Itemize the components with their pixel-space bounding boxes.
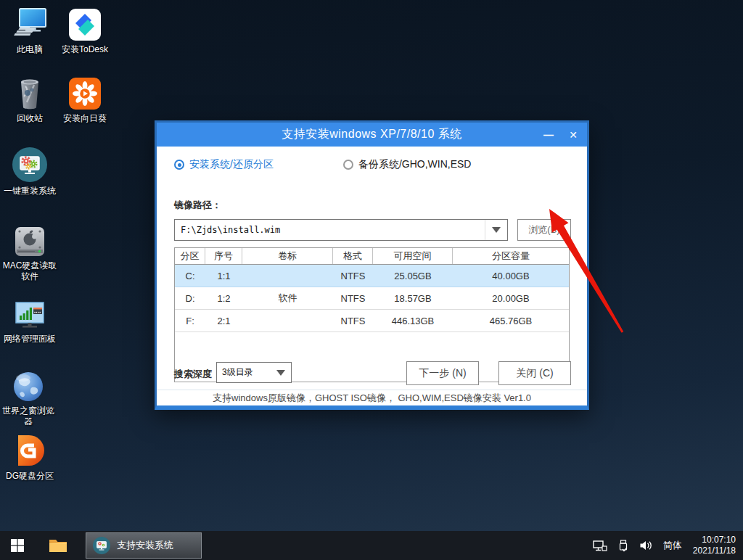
next-step-button[interactable]: 下一步 (N) xyxy=(406,361,479,385)
usb-eject-icon[interactable] xyxy=(618,540,628,552)
cell: 18.57GB xyxy=(373,287,453,309)
icon-label: 安装ToDesk xyxy=(57,44,113,55)
dialog-body: 安装系统/还原分区 备份系统/GHO,WIN,ESD 镜像路径： F:\Zjds… xyxy=(157,147,587,405)
cell xyxy=(242,310,333,332)
cell: 1:1 xyxy=(205,265,242,287)
desktop: 此电脑 安装ToDesk xyxy=(0,0,743,560)
dg-partition-icon xyxy=(1,432,58,469)
col-header-index[interactable]: 序号 xyxy=(205,248,242,264)
desktop-icon-browser[interactable]: 世界之窗浏览器 xyxy=(0,367,57,427)
icon-label: 回收站 xyxy=(1,113,58,124)
todesk-icon xyxy=(57,6,113,42)
desktop-icon-dg[interactable]: DG硬盘分区 xyxy=(1,432,58,482)
taskbar-item-label: 支持安装系统 xyxy=(117,539,173,552)
desktop-icon-recycle-bin[interactable]: 回收站 xyxy=(1,75,58,124)
cell: 2:1 xyxy=(205,310,242,332)
search-depth-dropdown[interactable]: 3级目录 xyxy=(216,362,292,383)
close-icon[interactable]: ✕ xyxy=(561,123,586,147)
col-header-volume-label[interactable]: 卷标 xyxy=(242,248,333,264)
col-header-partition[interactable]: 分区 xyxy=(175,248,205,264)
close-dialog-button[interactable]: 关闭 (C) xyxy=(498,361,571,385)
system-tray: 简体 10:07:10 2021/11/18 xyxy=(593,535,743,556)
world-browser-icon xyxy=(0,367,57,403)
partition-table-header: 分区 序号 卷标 格式 可用空间 分区容量 xyxy=(175,248,569,265)
sunflower-icon xyxy=(57,75,113,111)
search-depth-label: 搜索深度 xyxy=(174,368,212,381)
icon-label: MAC硬盘读取软件 xyxy=(1,260,58,282)
image-path-combobox[interactable]: F:\Zjds\install.wim xyxy=(174,219,508,241)
minimize-button[interactable]: — xyxy=(536,123,561,147)
cell: 465.76GB xyxy=(453,310,569,332)
windows-logo-icon xyxy=(11,539,24,552)
desktop-icon-todesk[interactable]: 安装ToDesk xyxy=(57,6,113,55)
desktop-icon-this-pc[interactable]: 此电脑 xyxy=(1,6,58,55)
cell: 446.13GB xyxy=(373,310,453,332)
taskbar-item-installer[interactable]: 支持安装系统 xyxy=(86,532,202,559)
network-icon[interactable] xyxy=(593,540,607,551)
mac-drive-icon xyxy=(1,222,58,258)
folder-icon xyxy=(49,538,67,553)
table-row-d[interactable]: D: 1:2 软件 NTFS 18.57GB 20.00GB xyxy=(175,287,569,310)
start-button[interactable] xyxy=(0,531,35,560)
icon-label: 网络管理面板 xyxy=(1,334,58,345)
this-pc-icon xyxy=(1,6,58,42)
cell: 1:2 xyxy=(205,287,242,309)
radio-backup-label[interactable]: 备份系统/GHO,WIN,ESD xyxy=(358,158,472,171)
cell: 40.00GB xyxy=(453,265,569,287)
file-explorer-button[interactable] xyxy=(41,531,75,560)
chevron-down-icon xyxy=(276,370,285,376)
col-header-format[interactable]: 格式 xyxy=(333,248,373,264)
cell: NTFS xyxy=(333,287,373,309)
desktop-icon-macdrive[interactable]: MAC硬盘读取软件 xyxy=(1,222,58,282)
cell xyxy=(242,265,333,287)
chevron-down-icon xyxy=(492,227,501,233)
radio-install-system[interactable] xyxy=(174,160,184,170)
icon-label: 一键重装系统 xyxy=(1,186,58,197)
cell: F: xyxy=(175,310,205,332)
cell: NTFS xyxy=(333,310,373,332)
search-depth-value: 3级目录 xyxy=(217,366,271,379)
cell: 20.00GB xyxy=(453,287,569,309)
network-panel-icon xyxy=(1,295,58,332)
language-indicator[interactable]: 简体 xyxy=(663,539,682,552)
image-path-label: 镜像路径： xyxy=(174,199,221,212)
col-header-capacity[interactable]: 分区容量 xyxy=(453,248,569,264)
radio-backup-system[interactable] xyxy=(343,160,353,170)
icon-label: 此电脑 xyxy=(1,44,58,55)
cell: NTFS xyxy=(333,265,373,287)
recycle-bin-icon xyxy=(1,75,58,111)
taskbar: 支持安装系统 简体 10:07:10 2021/11/18 xyxy=(0,531,743,560)
taskbar-clock[interactable]: 10:07:10 2021/11/18 xyxy=(693,535,736,556)
installer-window: 支持安装windows XP/7/8/10 系统 — ✕ 安装系统/还原分区 备… xyxy=(155,120,589,410)
combo-dropdown-zone[interactable] xyxy=(485,220,507,240)
desktop-icon-netpanel[interactable]: 网络管理面板 xyxy=(1,295,58,345)
desktop-icon-sunflower[interactable]: 安装向日葵 xyxy=(57,75,113,124)
cell: 软件 xyxy=(242,287,333,309)
icon-label: DG硬盘分区 xyxy=(1,471,58,482)
window-title: 支持安装windows XP/7/8/10 系统 xyxy=(157,127,587,142)
image-path-value[interactable]: F:\Zjds\install.wim xyxy=(175,225,485,235)
dialog-footer-text: 支持windows原版镜像，GHOST ISO镜像， GHO,WIM,ESD镜像… xyxy=(157,390,587,405)
icon-label: 安装向日葵 xyxy=(57,113,113,124)
cell: 25.05GB xyxy=(373,265,453,287)
desktop-icon-reinstall[interactable]: 一键重装系统 xyxy=(1,147,58,197)
radio-install-label[interactable]: 安装系统/还原分区 xyxy=(189,158,274,171)
cell: D: xyxy=(175,287,205,309)
speaker-icon[interactable] xyxy=(639,540,652,551)
clock-date: 2021/11/18 xyxy=(693,545,736,556)
clock-time: 10:07:10 xyxy=(693,535,736,545)
table-row-f[interactable]: F: 2:1 NTFS 446.13GB 465.76GB xyxy=(175,310,569,332)
window-titlebar[interactable]: 支持安装windows XP/7/8/10 系统 — ✕ xyxy=(157,123,587,147)
installer-app-icon xyxy=(92,536,111,555)
table-row-c[interactable]: C: 1:1 NTFS 25.05GB 40.00GB xyxy=(175,265,569,287)
col-header-free-space[interactable]: 可用空间 xyxy=(373,248,453,264)
radio-backup-wrap: 备份系统/GHO,WIN,ESD xyxy=(343,158,472,171)
browse-button[interactable]: 浏览(B) xyxy=(517,219,571,241)
reinstall-system-icon xyxy=(1,147,58,184)
mode-radio-group: 安装系统/还原分区 备份系统/GHO,WIN,ESD xyxy=(174,158,471,171)
icon-label: 世界之窗浏览器 xyxy=(0,405,57,427)
cell: C: xyxy=(175,265,205,287)
dropdown-arrow-zone[interactable] xyxy=(271,370,291,376)
